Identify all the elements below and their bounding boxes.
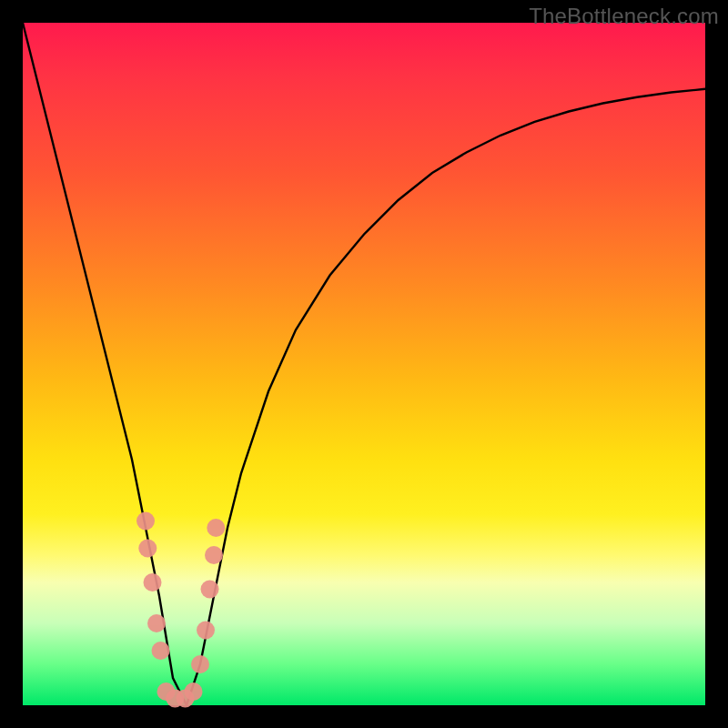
curve-marker (144, 573, 162, 592)
watermark-text: TheBottleneck.com (529, 4, 719, 29)
curve-marker (197, 622, 215, 640)
curve-marker (147, 614, 166, 632)
curve-marker (191, 655, 209, 673)
chart-frame: TheBottleneck.com (0, 0, 728, 728)
curve-marker (136, 512, 155, 531)
curve-marker (205, 546, 223, 564)
bottleneck-curve-svg (23, 23, 705, 705)
curve-marker (201, 581, 219, 599)
curve-marker (152, 642, 170, 660)
curve-marker (207, 519, 225, 537)
bottleneck-curve (23, 23, 705, 705)
curve-marker (185, 682, 203, 701)
curve-marker (138, 540, 157, 558)
plot-area (23, 23, 705, 705)
